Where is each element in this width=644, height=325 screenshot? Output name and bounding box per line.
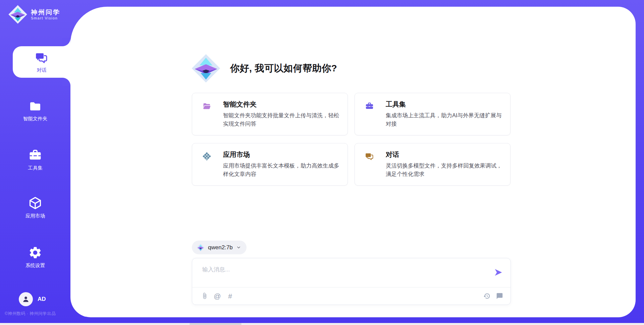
card-description: 灵活切换多模型文件，支持多样回复效果调试，满足个性化需求 [386,161,504,178]
app-logo: 神州问学 Smart Vision [8,5,60,24]
chevron-down-icon [236,245,241,250]
app-root: 神州问学 Smart Vision 对话 智能文件夹 工具集 [0,0,644,325]
comment-icon [496,292,503,300]
card-title: 工具集 [386,100,406,109]
folder-icon [29,100,42,113]
app-title: 神州问学 [31,9,60,16]
card-description: 集成市场上主流工具，助力AI与外界无缝扩展与对接 [386,111,504,128]
sidebar-footer-text: ©神州数码 · 神州问学出品 [5,311,56,317]
feature-card-smart-folder[interactable]: 智能文件夹 智能文件夹功能支持批量文件上传与清洗，轻松实现文件问答 [192,93,348,135]
cube-icon [28,196,42,210]
sidebar-item-chat[interactable]: 对话 [13,51,70,73]
message-input[interactable] [202,265,485,284]
message-composer: @ # [192,258,511,305]
horizontal-scrollbar-thumb[interactable] [190,323,241,325]
composer-toolbar: @ # [201,287,503,304]
sidebar-item-label: 应用市场 [0,213,70,219]
sidebar-item-label: 工具集 [0,165,70,171]
sidebar-item-label: 系统设置 [0,262,70,269]
app-subtitle: Smart Vision [31,16,60,20]
feature-card-toolkit[interactable]: 工具集 集成市场上主流工具，助力AI与外界无缝扩展与对接 [355,93,511,135]
card-description: 应用市场提供丰富长文本模板，助力高效生成多样化文章内容 [223,161,341,178]
attach-file-button[interactable] [201,292,208,300]
gear-icon [28,246,42,260]
user-name: AD [38,296,46,303]
greeting-text: 你好, 我可以如何帮助你? [230,62,337,75]
chat-icon [35,51,48,64]
brand-diamond-icon [8,5,28,24]
card-description: 智能文件夹功能支持批量文件上传与清洗，轻松实现文件问答 [223,111,341,128]
history-icon [483,292,490,300]
sidebar-item-app-market[interactable]: 应用市场 [0,196,70,219]
model-diamond-icon [197,244,205,252]
card-title: 智能文件夹 [223,100,257,109]
sidebar-item-smart-folder[interactable]: 智能文件夹 [0,100,70,122]
avatar [19,292,33,306]
model-name: qwen2:7b [208,244,233,251]
horizontal-scrollbar-track [0,323,644,325]
history-button[interactable] [483,292,490,300]
new-chat-button[interactable] [496,292,503,300]
send-button[interactable] [494,268,503,277]
toolbox-icon [28,148,42,162]
user-profile[interactable]: AD [19,292,46,306]
card-title: 应用市场 [223,150,250,159]
person-icon [21,295,30,304]
folder-open-icon [202,102,211,111]
toolbox-icon [365,102,374,111]
card-title: 对话 [386,150,399,159]
chat-icon [365,152,374,161]
mention-button[interactable]: @ [214,292,221,300]
assistant-diamond-icon [191,54,221,83]
feature-card-chat[interactable]: 对话 灵活切换多模型文件，支持多样回复效果调试，满足个性化需求 [355,143,511,186]
tab-fillet-top [62,38,70,46]
tab-fillet-bottom [62,78,70,86]
at-icon: @ [214,292,221,300]
feature-card-app-market[interactable]: 应用市场 应用市场提供丰富长文本模板，助力高效生成多样化文章内容 [192,143,348,186]
topic-button[interactable]: # [226,292,234,300]
sidebar-item-label: 对话 [13,67,70,73]
paperclip-icon [201,292,208,299]
hash-icon: # [228,292,232,300]
model-selector[interactable]: qwen2:7b [192,241,247,254]
sidebar-item-label: 智能文件夹 [0,116,70,122]
greeting: 你好, 我可以如何帮助你? [191,54,337,83]
send-icon [494,268,503,277]
sidebar-item-settings[interactable]: 系统设置 [0,246,70,269]
sidebar-item-toolkit[interactable]: 工具集 [0,148,70,171]
grid-cube-icon [202,152,211,161]
